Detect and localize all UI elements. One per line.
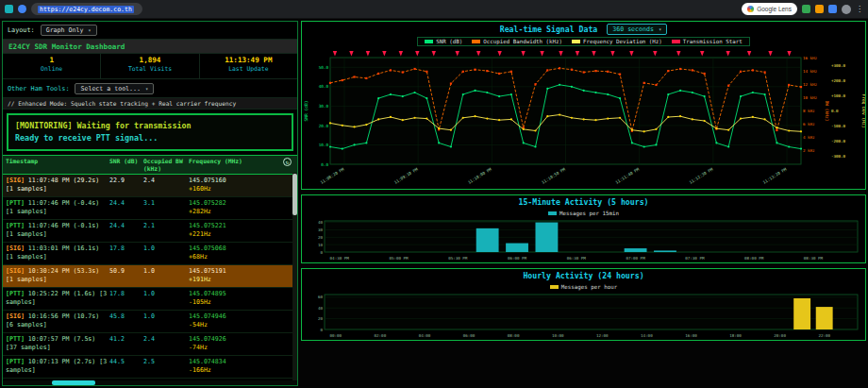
cell-frequency: 145.075221+221Hz xyxy=(189,222,294,240)
svg-text:2 kHz: 2 kHz xyxy=(803,148,815,153)
table-row[interactable]: [SIG] 10:30:24 PM (53.3s) [1 samples]50.… xyxy=(3,265,297,288)
time-range-value: 360 seconds xyxy=(612,25,654,33)
svg-text:06:30 PM: 06:30 PM xyxy=(567,256,587,261)
svg-text:14 kHz: 14 kHz xyxy=(803,69,818,74)
svg-text:0.0: 0.0 xyxy=(831,109,839,113)
svg-text:40: 40 xyxy=(318,220,324,225)
layout-select-value: Graph Only xyxy=(46,26,84,34)
cell-timestamp: [SIG] 11:03:01 PM (16.1s) [1 samples] xyxy=(6,245,109,262)
table-row[interactable]: [PTT] 10:07:13 PM (2.7s) [3 samples]44.5… xyxy=(3,356,297,379)
signal-type-tag: [PTT] xyxy=(6,222,25,229)
signal-table-body: [SIG] 11:07:48 PM (29.2s) [1 samples]22.… xyxy=(3,175,297,385)
cell-snr: 22.9 xyxy=(109,177,143,194)
cell-timestamp: [PTT] 11:07:46 PM (-0.1s) [1 samples] xyxy=(6,222,109,240)
svg-text:-200.0: -200.0 xyxy=(831,139,846,143)
table-vertical-scrollbar-thumb[interactable] xyxy=(292,174,297,215)
google-lens-button[interactable]: Google Lens xyxy=(742,3,797,15)
svg-text:20: 20 xyxy=(318,235,324,240)
table-vertical-scrollbar[interactable] xyxy=(292,173,297,385)
svg-text:11:09:10 PM: 11:09:10 PM xyxy=(393,166,419,185)
table-row[interactable]: [PTT] 10:07:57 PM (7.5s) [37 samples]41.… xyxy=(3,333,297,356)
table-refresh-icon[interactable]: ↻ xyxy=(283,158,292,166)
cell-frequency: 145.074926-74Hz xyxy=(189,335,294,353)
cell-snr: 41.2 xyxy=(109,335,143,353)
svg-text:08:30 PM: 08:30 PM xyxy=(804,256,824,261)
signal-table-header: Timestamp SNR (dB) Occupied BW (kHz) Fre… xyxy=(3,156,297,175)
layout-select[interactable]: Graph Only ▾ xyxy=(41,25,97,36)
chevron-down-icon: ▾ xyxy=(659,26,661,32)
svg-text:14:00: 14:00 xyxy=(641,333,653,338)
cell-timestamp: [PTT] 10:25:22 PM (1.6s) [3 samples] xyxy=(6,290,109,308)
col-header-timestamp: Timestamp xyxy=(6,158,109,172)
legend-swatch xyxy=(550,285,559,289)
svg-text:16 kHz: 16 kHz xyxy=(803,56,818,60)
activity-hourly-chart: 020406000:0002:0004:0006:0008:0010:0012:… xyxy=(302,292,865,340)
table-row[interactable]: [SIG] 11:07:48 PM (29.2s) [1 samples]22.… xyxy=(3,175,297,197)
browser-menu-icon[interactable]: ⋮ xyxy=(856,6,863,13)
url-text[interactable]: https://e24cy.decom.co.th xyxy=(38,6,134,13)
cell-snr: 45.8 xyxy=(109,312,143,330)
col-header-frequency: Frequency (MHz) xyxy=(189,158,283,172)
extension-icon-orange[interactable] xyxy=(815,5,824,13)
table-row[interactable]: [SIG] 11:03:01 PM (16.1s) [1 samples]17.… xyxy=(3,243,297,265)
svg-text:06:00: 06:00 xyxy=(463,333,476,338)
cell-timestamp: [PTT] 10:07:57 PM (7.5s) [37 samples] xyxy=(6,335,109,353)
svg-text:11:11:40 PM: 11:11:40 PM xyxy=(614,166,640,185)
pinned-tab-icon[interactable] xyxy=(5,5,13,13)
table-row[interactable]: [PTT] 11:07:46 PM (-0.1s) [1 samples]24.… xyxy=(3,220,297,243)
left-panel: Layout: Graph Only ▾ E24CY SDR Monitor D… xyxy=(2,21,298,386)
table-horizontal-scrollbar-thumb[interactable] xyxy=(52,380,95,385)
svg-text:16:00: 16:00 xyxy=(685,333,697,338)
svg-text:22:00: 22:00 xyxy=(818,333,830,338)
cell-bw: 3.1 xyxy=(143,199,189,217)
activity-15min-chart: 01020304004:30 PM05:00 PM05:30 PM06:00 P… xyxy=(302,218,865,262)
table-row[interactable]: [PTT] 10:25:22 PM (1.6s) [3 samples]17.8… xyxy=(3,288,297,311)
cell-frequency: 145.075282+282Hz xyxy=(189,199,294,217)
svg-text:40: 40 xyxy=(318,306,324,311)
svg-text:11:10:00 PM: 11:10:00 PM xyxy=(467,166,492,185)
legend-swatch xyxy=(672,40,680,43)
cell-bw: 1.0 xyxy=(143,312,189,330)
activity-hourly-legend-row: Messages per hour xyxy=(302,282,865,292)
signal-type-tag: [PTT] xyxy=(6,199,25,207)
svg-text:20:00: 20:00 xyxy=(774,333,786,338)
profile-avatar[interactable] xyxy=(842,5,851,14)
stats-row: 1 Online 1,894 Total Visits 11:13:49 PM … xyxy=(3,54,297,79)
cell-timestamp: [PTT] 10:07:13 PM (2.7s) [3 samples] xyxy=(6,358,109,376)
svg-text:+100.0: +100.0 xyxy=(831,93,846,98)
time-range-select[interactable]: 360 seconds ▾ xyxy=(607,24,667,35)
svg-text:07:00 PM: 07:00 PM xyxy=(626,256,645,261)
legend-swatch xyxy=(572,40,580,43)
address-bar[interactable]: https://e24cy.decom.co.th xyxy=(31,3,142,15)
browser-chrome: https://e24cy.decom.co.th Google Lens ⋮ xyxy=(0,0,868,19)
table-row[interactable]: [PTT] 11:07:46 PM (-0.4s) [1 samples]24.… xyxy=(3,197,297,220)
extension-icon-blue[interactable] xyxy=(828,5,837,13)
realtime-panel-header: Real-time Signal Data 360 seconds ▾ xyxy=(302,22,865,37)
tools-select[interactable]: Select a tool... ▾ xyxy=(75,83,154,94)
stat-online-label: Online xyxy=(3,65,100,73)
cell-frequency: 145.074834-166Hz xyxy=(189,358,294,376)
tab-favicon[interactable] xyxy=(18,5,26,13)
signal-table: Timestamp SNR (dB) Occupied BW (kHz) Fre… xyxy=(3,155,297,385)
stat-last-update-value: 11:13:49 PM xyxy=(200,56,297,65)
activity-hourly-title: Hourly Activity (24 hours) xyxy=(523,271,643,280)
svg-text:30.0: 30.0 xyxy=(319,104,329,109)
extension-icon-green[interactable] xyxy=(802,5,810,13)
cell-frequency: 145.074895-105Hz xyxy=(189,290,294,308)
svg-text:11:12:30 PM: 11:12:30 PM xyxy=(689,166,714,185)
google-lens-icon xyxy=(747,6,754,12)
activity-15min-legend-row: Messages per 15min xyxy=(302,209,865,218)
table-horizontal-scrollbar[interactable] xyxy=(3,380,297,385)
svg-text:02:00: 02:00 xyxy=(375,333,387,338)
signal-type-tag: [PTT] xyxy=(6,358,25,365)
svg-text:0: 0 xyxy=(320,250,323,255)
legend-item: Messages per hour xyxy=(550,284,617,290)
cell-bw: 1.0 xyxy=(143,267,189,285)
realtime-signal-chart: 0.010.020.030.040.050.011:08:20 PM11:09:… xyxy=(302,47,865,189)
cell-snr: 24.4 xyxy=(109,199,143,217)
svg-text:SNR (dB): SNR (dB) xyxy=(304,100,309,121)
svg-text:+200.0: +200.0 xyxy=(831,78,846,83)
svg-text:6 kHz: 6 kHz xyxy=(803,122,815,127)
table-row[interactable]: [SIG] 10:16:56 PM (10.7s) [6 samples]45.… xyxy=(3,311,297,333)
legend-item: Transmission Start xyxy=(672,39,743,44)
